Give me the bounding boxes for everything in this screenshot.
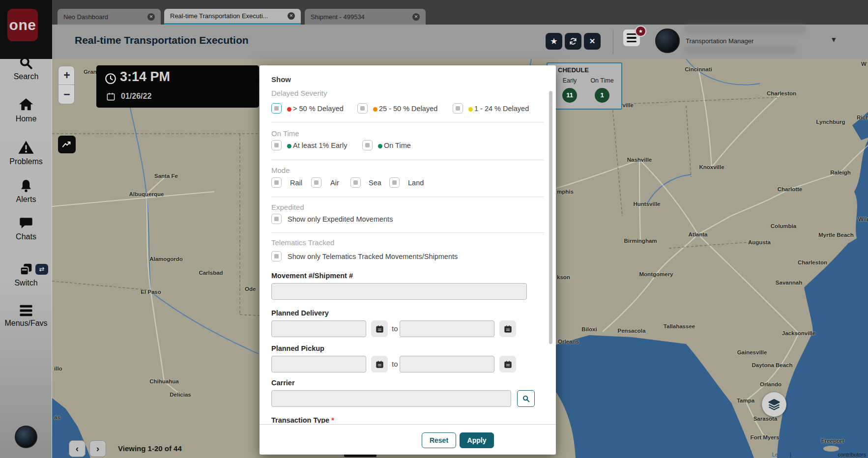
refresh-icon: [569, 37, 578, 46]
avatar[interactable]: [655, 29, 680, 53]
pagination-status: Viewing 1-20 of 44: [118, 444, 182, 453]
close-page-button[interactable]: ✕: [584, 33, 601, 50]
page-next-button[interactable]: ›: [89, 440, 106, 457]
checkbox-on-time[interactable]: [362, 140, 373, 150]
tab-strip: Neo Dashboard ✕ Real-time Transportation…: [0, 0, 868, 25]
planned-delivery-start-input[interactable]: [271, 320, 366, 337]
carrier-search-button[interactable]: [517, 390, 535, 407]
map-city-label: Orlando: [760, 381, 781, 387]
delivery-end-calendar-button[interactable]: [499, 320, 516, 337]
severity-dot-red: [287, 107, 291, 112]
page-prev-button[interactable]: ‹: [69, 440, 86, 457]
map-city-label: W: [861, 61, 867, 67]
checkbox-expedited-only[interactable]: [271, 214, 282, 224]
checkbox-mode-land[interactable]: [389, 177, 400, 188]
early-count-badge[interactable]: 11: [562, 88, 577, 103]
panel-footer: Reset Apply: [260, 424, 556, 455]
checkbox-at-least-1-early[interactable]: [271, 140, 282, 150]
favorites-badge: ★: [635, 26, 646, 37]
sidebar-item-search[interactable]: Search: [0, 55, 52, 81]
map-city-label: Tampa: [737, 398, 754, 403]
layers-icon: [767, 398, 781, 411]
header-separator: [613, 29, 613, 54]
telematics-heading: Telematics Tracked: [271, 238, 334, 247]
map-city-label: Carlsbad: [199, 270, 223, 276]
reset-button[interactable]: Reset: [422, 432, 456, 448]
map-city-label: Nashville: [627, 157, 652, 163]
calendar-icon: [504, 360, 512, 369]
map-city-label: Augusta: [748, 239, 771, 245]
star-icon: ★: [550, 37, 557, 46]
ontime-dot-green: [378, 144, 382, 148]
map-city-label: Gran: [84, 69, 97, 75]
movement-shipment-input[interactable]: [271, 283, 527, 300]
tab-realtime-transportation[interactable]: Real-time Transportation Executi... ✕: [164, 9, 301, 25]
sidebar-item-home[interactable]: Home: [0, 96, 52, 123]
chevron-down-icon[interactable]: ▾: [832, 34, 836, 45]
sidebar-item-chats[interactable]: Chats: [0, 215, 52, 241]
checkbox-mode-rail[interactable]: [271, 177, 282, 188]
severity-dot-orange: [373, 107, 377, 112]
calendar-icon: [376, 360, 384, 369]
bell-icon: [18, 178, 34, 194]
search-icon: [522, 395, 530, 403]
checkbox-1-24-delayed[interactable]: [453, 103, 463, 114]
ontime-count-badge[interactable]: 1: [595, 88, 609, 103]
checkbox-gt50-delayed[interactable]: [271, 103, 282, 114]
early-dot-green: [287, 144, 291, 148]
leaflet-link[interactable]: Leaflet: [772, 452, 788, 458]
planned-pickup-end-input[interactable]: [400, 356, 494, 372]
map-city-label: Knoxville: [699, 164, 724, 170]
osm-link[interactable]: © OpenStreetMap: [793, 452, 837, 458]
checkbox-25-50-delayed[interactable]: [357, 103, 368, 114]
map-city-label: Biloxi: [581, 326, 597, 332]
page-title: Real-time Transportation Execution: [75, 34, 249, 46]
chevron-right-icon: ›: [96, 443, 99, 454]
map-layers-button[interactable]: [762, 392, 786, 417]
chart-toggle-button[interactable]: [58, 136, 76, 153]
zoom-in-button[interactable]: +: [58, 66, 75, 85]
one-network-logo[interactable]: one: [7, 9, 38, 41]
tab-shipment[interactable]: Shipment - 499534 ✕: [305, 9, 426, 25]
planned-pickup-start-input[interactable]: [271, 356, 366, 372]
close-icon[interactable]: ✕: [147, 13, 155, 21]
apply-button[interactable]: Apply: [460, 432, 494, 448]
checkbox-mode-sea[interactable]: [350, 177, 361, 188]
refresh-button[interactable]: [565, 33, 581, 50]
user-avatar[interactable]: [15, 426, 37, 448]
sidebar-item-alerts[interactable]: Alerts: [0, 178, 52, 204]
map-city-label: Chihuahua: [149, 378, 178, 384]
switch-icon: [18, 261, 34, 277]
checkbox-mode-air[interactable]: [311, 177, 321, 188]
pickup-end-calendar-button[interactable]: [499, 356, 516, 372]
planned-delivery-end-input[interactable]: [400, 320, 494, 337]
map-city-label: Atlanta: [689, 231, 708, 237]
pickup-start-calendar-button[interactable]: [371, 356, 388, 372]
zoom-out-button[interactable]: −: [58, 85, 75, 104]
panel-scrollbar[interactable]: [549, 91, 552, 344]
map-city-label: Montgomery: [639, 271, 673, 277]
switch-swap-badge[interactable]: ⇄: [35, 264, 48, 275]
menu-bars-icon: [19, 304, 33, 317]
map-city-label: Orleans: [558, 339, 579, 344]
carrier-input[interactable]: [271, 390, 511, 407]
map-city-label: Fort Myers: [751, 434, 780, 440]
tab-neo-dashboard[interactable]: Neo Dashboard ✕: [58, 9, 161, 25]
search-icon: [18, 55, 34, 71]
delivery-start-calendar-button[interactable]: [371, 320, 388, 337]
map-city-label: Savannah: [776, 280, 802, 286]
sidebar-item-problems[interactable]: Problems: [0, 139, 52, 166]
map-city-label: Columbia: [771, 223, 796, 229]
close-icon[interactable]: ✕: [288, 12, 295, 20]
map-city-label: Myrtle Beach: [818, 232, 854, 238]
map-city-label: Freeport: [821, 438, 844, 444]
map-city-label: Cincinnati: [685, 66, 712, 72]
delivery-schedule-widget: CHEDULE Early 11 On Time 1: [547, 62, 622, 110]
close-icon[interactable]: ✕: [412, 13, 420, 21]
favorite-button[interactable]: ★: [546, 33, 562, 50]
ontime-heading: On Time: [271, 129, 299, 138]
checkbox-telematics-only[interactable]: [271, 251, 282, 261]
sidebar-item-menus-favs[interactable]: Menus/Favs: [0, 304, 52, 328]
map-city-label: El Paso: [141, 289, 161, 295]
clock-icon: [104, 72, 117, 85]
